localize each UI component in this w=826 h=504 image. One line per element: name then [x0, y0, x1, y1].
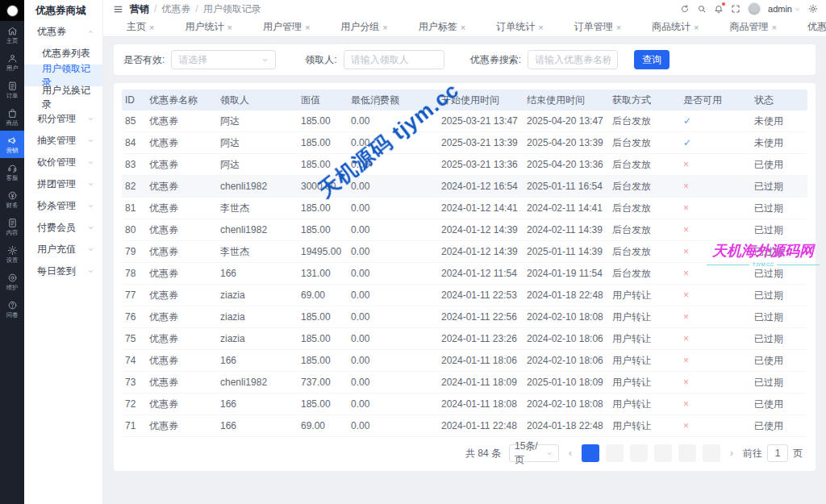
table-row[interactable]: 74 优惠券 166 185.00 0.00 2024-01-11 18:06 … — [122, 350, 807, 372]
cell-method: 后台发放 — [612, 202, 683, 215]
notification-bell-icon[interactable] — [714, 4, 724, 14]
table-row[interactable]: 76 优惠券 ziazia 185.00 0.00 2024-01-11 22:… — [122, 306, 807, 328]
table-row[interactable]: 72 优惠券 166 185.00 0.00 2024-01-11 18:08 … — [122, 394, 807, 415]
tab[interactable]: 优惠券列表 × — [802, 19, 826, 35]
rail-item[interactable]: 问卷 — [0, 295, 24, 323]
rail-item-icon — [7, 245, 18, 256]
coupon-search-input[interactable] — [528, 50, 618, 69]
tab[interactable]: 主页 × — [121, 19, 160, 35]
page-button[interactable] — [654, 444, 672, 462]
tab[interactable]: 用户管理 × — [257, 19, 315, 35]
page-size-select[interactable]: 15条/页 — [509, 444, 559, 462]
table-row[interactable]: 77 优惠券 ziazia 69.00 0.00 2024-01-11 22:5… — [122, 285, 807, 306]
receiver-input[interactable] — [344, 50, 444, 69]
breadcrumb-mid[interactable]: 优惠券 — [161, 2, 190, 16]
tab-close-icon[interactable]: × — [694, 23, 699, 32]
sidebar-toggle-button[interactable] — [113, 4, 123, 15]
valid-select[interactable]: 请选择 — [171, 50, 276, 69]
page-button[interactable] — [606, 444, 624, 462]
tab-label: 用户分组 — [340, 20, 379, 34]
tab[interactable]: 商品统计 × — [646, 19, 704, 35]
tab[interactable]: 用户标签 × — [413, 19, 471, 35]
cell-start-time: 2025-03-21 13:47 — [441, 115, 527, 127]
rail-item[interactable]: 设置 — [0, 240, 24, 268]
table-row[interactable]: 85 优惠券 阿达 185.00 0.00 2025-03-21 13:47 2… — [122, 110, 807, 132]
tab-close-icon[interactable]: × — [305, 23, 310, 32]
goto-page-input[interactable] — [767, 444, 788, 462]
table-row[interactable]: 82 优惠券 chenli1982 3000.00 0.00 2024-01-1… — [122, 176, 807, 198]
table-row[interactable]: 75 优惠券 ziazia 185.00 0.00 2024-01-11 23:… — [122, 328, 807, 350]
submenu-item[interactable]: 用户兑换记录 — [24, 86, 102, 108]
rail-item[interactable]: 主页 — [0, 21, 24, 48]
avatar[interactable] — [748, 2, 761, 15]
tab-label: 优惠券列表 — [807, 20, 826, 34]
tab[interactable]: 订单管理 × — [569, 19, 627, 35]
prev-page-button[interactable]: ‹ — [567, 448, 574, 459]
tab[interactable]: 用户分组 × — [335, 19, 393, 35]
chevron-down-icon — [87, 181, 94, 188]
tab-close-icon[interactable]: × — [149, 23, 154, 32]
cell-receiver: chenli1982 — [220, 224, 301, 235]
table-row[interactable]: 78 优惠券 166 131.00 0.00 2024-01-12 11:54 … — [122, 263, 807, 285]
rail-item[interactable]: 内容 — [0, 213, 24, 240]
tab-close-icon[interactable]: × — [461, 23, 465, 32]
rail-item[interactable]: 客服 — [0, 158, 24, 185]
chevron-down-icon — [546, 450, 553, 457]
fullscreen-icon[interactable] — [731, 4, 740, 14]
table-row[interactable]: 81 优惠券 李世杰 185.00 0.00 2024-01-12 14:41 … — [122, 198, 807, 219]
col-coupon-name: 优惠券名称 — [149, 94, 220, 107]
cell-min-spend: 0.00 — [351, 137, 441, 148]
table-row[interactable]: 71 优惠券 166 69.00 0.00 2024-01-11 22:48 2… — [122, 415, 807, 437]
next-page-button[interactable]: › — [728, 448, 735, 459]
app-logo[interactable] — [0, 0, 24, 21]
tab[interactable]: 商品管理 × — [724, 19, 782, 35]
breadcrumb-root[interactable]: 营销 — [130, 2, 149, 16]
cell-available-icon: × — [683, 268, 754, 279]
tab[interactable]: 用户统计 × — [179, 19, 237, 35]
gear-icon[interactable] — [808, 4, 818, 14]
tab-close-icon[interactable]: × — [538, 23, 543, 32]
search-button[interactable]: 查询 — [634, 50, 670, 69]
rail-item[interactable]: 营销 — [0, 131, 24, 158]
rail-item[interactable]: 订单 — [0, 76, 24, 103]
cell-available-icon: ✓ — [683, 137, 754, 148]
tab-close-icon[interactable]: × — [227, 23, 232, 32]
submenu-group[interactable]: 抽奖管理 — [24, 130, 102, 152]
table-row[interactable]: 79 优惠券 李世杰 19495.00 0.00 2024-01-12 14:3… — [122, 241, 807, 263]
cell-end-time: 2024-02-10 18:06 — [527, 355, 612, 366]
table-row[interactable]: 73 优惠券 chenli1982 737.00 0.00 2024-01-11… — [122, 372, 807, 394]
cell-coupon-name: 优惠券 — [149, 332, 220, 346]
cell-status: 已使用 — [754, 158, 804, 172]
rail-item[interactable]: 维护 — [0, 268, 24, 295]
page-button[interactable] — [582, 444, 599, 462]
tab[interactable]: 订单统计 × — [490, 19, 549, 35]
submenu-group[interactable]: 付费会员 — [24, 217, 102, 239]
tab-close-icon[interactable]: × — [382, 23, 387, 32]
submenu-group[interactable]: 砍价管理 — [24, 152, 102, 173]
submenu-group[interactable]: 拼团管理 — [24, 173, 102, 195]
submenu-group-coupon[interactable]: 优惠券 — [24, 21, 102, 43]
tab-close-icon[interactable]: × — [772, 23, 777, 32]
cell-end-time: 2024-02-11 14:41 — [527, 202, 612, 214]
submenu-group[interactable]: 秒杀管理 — [24, 195, 102, 217]
cell-start-time: 2024-01-11 18:08 — [441, 398, 527, 410]
table-row[interactable]: 84 优惠券 阿达 185.00 0.00 2025-03-21 13:39 2… — [122, 132, 807, 154]
cell-id: 84 — [125, 137, 149, 148]
rail-item[interactable]: 财务 — [0, 185, 24, 213]
submenu-group[interactable]: 每日签到 — [24, 260, 102, 282]
table-row[interactable]: 80 优惠券 chenli1982 185.00 0.00 2024-01-12… — [122, 219, 807, 241]
refresh-icon[interactable] — [680, 4, 690, 14]
page-button[interactable] — [678, 444, 696, 462]
page-button[interactable] — [703, 444, 720, 462]
tab-close-icon[interactable]: × — [616, 23, 621, 32]
submenu-group[interactable]: 用户充值 — [24, 239, 102, 260]
rail-item[interactable]: 商品 — [0, 103, 24, 131]
submenu-group[interactable]: 积分管理 — [24, 108, 102, 130]
page-button[interactable] — [630, 444, 648, 462]
user-menu[interactable]: admin — [768, 4, 801, 14]
cell-end-time: 2024-01-18 22:48 — [527, 289, 612, 301]
rail-item[interactable]: 用户 — [0, 48, 24, 76]
search-icon[interactable] — [697, 4, 707, 14]
cell-id: 75 — [125, 333, 149, 344]
table-row[interactable]: 83 优惠券 阿达 185.00 0.00 2025-03-21 13:36 2… — [122, 154, 807, 176]
